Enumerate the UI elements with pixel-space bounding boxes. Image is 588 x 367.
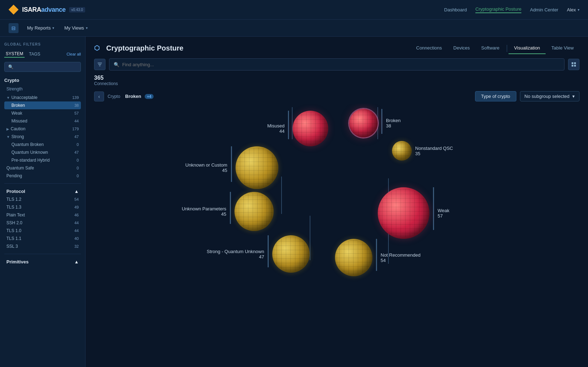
filter-label: Quantum Safe [6,166,77,171]
sphere-broken-label: Broken [386,118,401,123]
type-of-crypto-button[interactable]: Type of crypto [475,91,516,101]
sidebar-search-input[interactable] [16,64,77,69]
tab-tags[interactable]: TAGS [27,51,42,57]
view-tabs: Connections Devices Software Visualizati… [411,42,579,54]
sphere-unknown-params-count: 45 [182,211,226,217]
filter-label: Pending [6,173,77,178]
sphere-weak[interactable]: Weak 57 [378,187,449,239]
filter-plain-text[interactable]: Plain Text 46 [4,211,81,219]
svg-rect-5 [572,65,573,67]
filter-count: 49 [74,205,79,209]
filter-label: TLS 1.2 [6,197,74,202]
filter-tls12[interactable]: TLS 1.2 54 [4,195,81,203]
sphere-not-recommended[interactable]: Not Recommended 54 [335,239,421,276]
nav-admin[interactable]: Admin Center [530,7,558,12]
filter-pre-standard-hybrid[interactable]: Pre-standard Hybrid 0 [4,156,81,164]
filter-caution[interactable]: ▶ Caution 179 [4,125,81,133]
sphere-divider [230,192,231,224]
filter-ssl3[interactable]: SSL 3 32 [4,242,81,250]
filter-tls13[interactable]: TLS 1.3 49 [4,203,81,211]
sphere-misused[interactable]: Misused 44 [267,111,328,146]
filter-unacceptable[interactable]: ▼ Unacceptable 139 [4,94,81,101]
connections-stat: 365 Connections [94,75,118,86]
grid-view-button[interactable] [568,59,579,70]
sphere-divider [381,109,382,134]
sphere-misused-count: 44 [267,129,284,134]
filter-pending[interactable]: Pending 0 [4,172,81,180]
filter-button[interactable] [94,59,105,70]
my-reports-button[interactable]: My Reports ▾ [23,23,58,32]
secondary-navigation: ⊟ My Reports ▾ My Views ▾ [0,20,588,37]
connections-value: 365 [94,75,118,81]
filter-quantum-broken[interactable]: Quantum Broken 0 [4,141,81,148]
sphere-weak-ball [378,187,429,239]
crypto-type-label: Crypto [108,94,120,99]
sphere-strong-quantum[interactable]: Strong - Quantum Unknown 47 [207,235,310,273]
my-views-button[interactable]: My Views ▾ [60,23,92,32]
filter-count: 44 [74,119,79,123]
search-input[interactable] [122,62,560,67]
filter-weak[interactable]: Weak 57 [4,109,81,117]
tab-software[interactable]: Software [475,42,505,54]
sphere-not-recommended-count: 54 [381,258,421,263]
primitives-label: Primitives [6,259,29,264]
sphere-nonstandard-qsc[interactable]: Nonstandard QSC 35 [392,141,453,161]
sphere-not-recommended-ball [335,239,372,276]
my-reports-label: My Reports [27,25,51,31]
filter-quantum-safe[interactable]: Quantum Safe 0 [4,164,81,172]
filter-broken[interactable]: Broken 38 [4,101,81,109]
filter-strong[interactable]: ▼ Strong 47 [4,133,81,141]
subgroup-chevron-icon: ▾ [572,94,575,99]
sidebar-search-box[interactable]: 🔍 [4,62,81,72]
sphere-unknown-custom-count: 45 [185,168,227,173]
search-box[interactable]: 🔍 [109,58,564,70]
sphere-unknown-custom[interactable]: Unknown or Custom 45 [185,146,278,189]
tab-devices[interactable]: Devices [448,42,475,54]
filter-quantum-unknown[interactable]: Quantum Unknown 47 [4,148,81,156]
sphere-broken-count: 38 [386,123,401,129]
sphere-strong-quantum-count: 47 [207,254,264,259]
tab-system[interactable]: SYSTEM [4,51,25,58]
filter-count: 0 [77,174,79,178]
sphere-unknown-params[interactable]: Unknown Parameters 45 [182,192,274,231]
my-views-chevron-icon: ▾ [86,26,88,30]
filter-ssh20[interactable]: SSH 2.0 44 [4,219,81,227]
primitives-section-header[interactable]: Primitives ▲ [4,258,81,266]
user-menu[interactable]: Alex ▾ [567,7,579,12]
sphere-divider [231,146,232,182]
svg-rect-3 [572,62,573,64]
clear-all-button[interactable]: Clear all [67,52,81,56]
filter-count: 54 [74,197,79,201]
sidebar: GLOBAL FILTERS SYSTEM TAGS Clear all 🔍 C… [0,37,86,367]
sphere-broken-ball [349,109,378,137]
protocol-expand-icon: ▲ [74,189,79,194]
filter-misused[interactable]: Misused 44 [4,117,81,125]
logo-area: ISARAadvance v0.43.0 [9,5,85,15]
filter-count: 40 [74,236,79,241]
filter-label: Strong [11,134,74,139]
tab-connections[interactable]: Connections [411,42,448,54]
filter-tab-bar: SYSTEM TAGS Clear all [4,51,81,58]
filter-tls11[interactable]: TLS 1.1 40 [4,235,81,242]
subgroup-dropdown[interactable]: No subgroup selected ▾ [520,91,579,101]
reports-icon: ⊟ [9,23,19,33]
filter-badge: +4 [145,94,154,99]
protocol-section-header[interactable]: Protocol ▲ [4,187,81,195]
tab-visualization[interactable]: Visualization [509,42,546,54]
my-reports-chevron-icon: ▾ [52,26,54,30]
nav-crypto-posture[interactable]: Cryptographic Posture [475,6,521,13]
sphere-broken[interactable]: Broken 38 [349,109,401,137]
sphere-nonstandard-count: 35 [415,151,453,156]
username: Alex [567,7,576,12]
back-button[interactable]: ‹ [94,91,104,101]
filter-count: 47 [74,150,79,154]
page-header: ⬡ Cryptographic Posture Connections Devi… [86,37,588,54]
expand-icon: ▼ [6,96,10,100]
tab-table-view[interactable]: Table View [546,42,579,54]
sphere-weak-label: Weak [438,208,449,213]
filter-count: 47 [74,135,79,139]
primitives-expand-icon: ▲ [74,259,79,264]
sphere-nonstandard-ball [392,141,412,161]
filter-tls10[interactable]: TLS 1.0 44 [4,227,81,235]
nav-dashboard[interactable]: Dashboard [444,7,467,12]
